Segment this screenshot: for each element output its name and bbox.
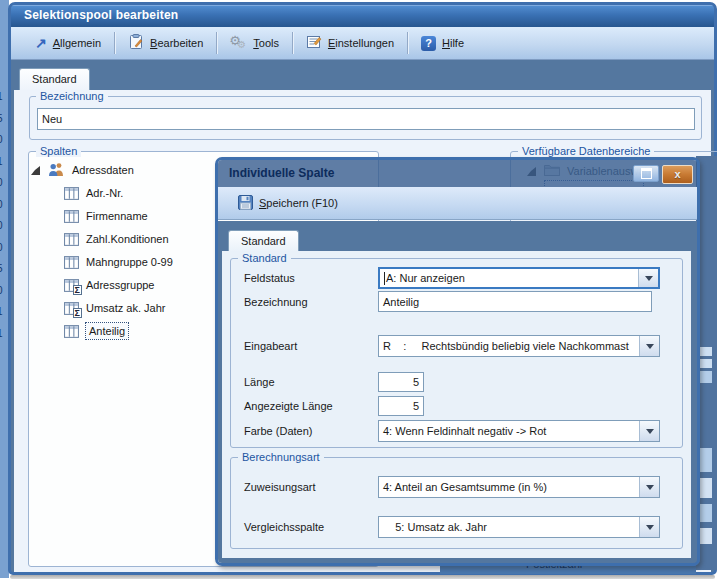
close-button[interactable]: x: [662, 165, 693, 184]
background-row-fragment: [699, 504, 712, 522]
toolbar-item-tools[interactable]: ⚙⚙ Tools: [220, 32, 289, 54]
toolbar-item-bearbeiten[interactable]: Bearbeiten: [118, 31, 213, 55]
dialog-panel: Standard Feldstatus A: Nur anzeigen Beze…: [222, 251, 691, 558]
expand-triangle-icon[interactable]: [31, 166, 40, 175]
toolbar-separator: [407, 32, 408, 54]
tree-item-label: Mahngruppe 0-99: [86, 255, 173, 269]
toolbar-item-einstellungen[interactable]: Einstellungen: [296, 31, 404, 55]
window-title: Selektionspool bearbeiten: [24, 8, 178, 22]
column-sum-icon: Σ: [64, 279, 79, 292]
background-row-fragment: [699, 528, 712, 544]
tree-item[interactable]: Mahngruppe 0-99: [64, 253, 173, 271]
dropdown-arrow-icon[interactable]: [638, 269, 658, 287]
toolbar-label: Allgemein: [53, 37, 101, 49]
tree-item-label: Umsatz ak. Jahr: [86, 301, 165, 315]
bezeichnung-label: Bezeichnung: [244, 295, 308, 309]
feldstatus-label: Feldstatus: [244, 271, 295, 285]
save-button[interactable]: Speichern (F10): [232, 192, 344, 215]
toolbar-label: Einstellungen: [328, 37, 394, 49]
window-drop-shadow: [10, 575, 715, 579]
toolbar-separator: [292, 32, 293, 54]
tab-standard-dialog[interactable]: Standard: [228, 230, 299, 252]
vergleichsspalte-label: Vergleichsspalte: [244, 520, 324, 534]
text-caret: [384, 272, 385, 285]
laenge-label: Länge: [244, 375, 275, 389]
feldstatus-combo[interactable]: A: Nur anzeigen: [378, 267, 660, 289]
eingabeart-label: Eingabeart: [244, 339, 297, 353]
vergleichsspalte-combo[interactable]: 5: Umsatz ak. Jahr: [378, 516, 660, 538]
toolbar-label: Hilfe: [442, 37, 464, 49]
tree-item[interactable]: Firmenname: [64, 207, 148, 225]
bezeichnung-group-caption: Bezeichnung: [36, 90, 108, 102]
tree-item-label: Zahl.Konditionen: [86, 232, 169, 246]
dialog-toolbar: Speichern (F10): [218, 187, 697, 220]
restore-icon: [641, 168, 652, 179]
tab-standard-main[interactable]: Standard: [19, 68, 90, 90]
background-row-fragment: [699, 478, 712, 498]
floppy-disk-icon: [238, 195, 253, 212]
tree-item-selected[interactable]: Anteilig: [64, 322, 128, 340]
background-digits: 1 5 0 1 0 0 0 0 5 0 1 1: [0, 86, 3, 344]
farbe-combo[interactable]: 4: Wenn Feldinhalt negativ -> Rot: [378, 420, 660, 442]
help-icon: ?: [421, 36, 436, 51]
zuweisungsart-label: Zuweisungsart: [244, 480, 316, 494]
gears-icon: ⚙⚙: [230, 35, 247, 51]
toolbar-label: Bearbeiten: [150, 37, 203, 49]
background-row-fragment: [699, 347, 712, 356]
main-toolbar: ↗ Allgemein Bearbeiten ⚙⚙ T: [11, 27, 714, 60]
angezeigte-laenge-field[interactable]: 5: [378, 396, 424, 416]
tree-item-label: Anteilig: [86, 323, 128, 339]
background-row-fragment: [699, 448, 712, 472]
edit-document-icon: [128, 34, 144, 52]
dropdown-arrow-icon[interactable]: [639, 477, 659, 497]
column-icon: [64, 233, 79, 246]
main-window-titlebar: Selektionspool bearbeiten: [11, 5, 714, 27]
farbe-label: Farbe (Daten): [244, 424, 312, 438]
people-icon: [48, 162, 65, 178]
toolbar-item-hilfe[interactable]: ? Hilfe: [411, 33, 474, 54]
berechnungsart-group-caption: Berechnungsart: [238, 451, 324, 463]
tree-item-label: Adr.-Nr.: [86, 186, 123, 200]
column-icon: [64, 325, 79, 338]
background-row-fragment: [699, 359, 712, 368]
standard-group-caption: Standard: [238, 252, 291, 264]
tree-item-label: Adressdaten: [72, 163, 134, 177]
datenbereiche-group-caption: Verfügbare Datenbereiche: [518, 145, 654, 157]
tree-item[interactable]: Σ Umsatz ak. Jahr: [64, 299, 165, 317]
eingabeart-combo[interactable]: R : Rechtsbündig beliebig viele Nachkomm…: [378, 335, 660, 357]
screen: 1 5 0 1 0 0 0 0 5 0 1 1 Selektionspool b…: [0, 0, 717, 587]
dropdown-arrow-icon[interactable]: [639, 421, 659, 441]
zuweisungsart-combo[interactable]: 4: Anteil an Gesamtsumme (in %): [378, 476, 660, 498]
angezeigte-laenge-label: Angezeigte Länge: [244, 399, 333, 413]
tree-item-adressdaten[interactable]: Adressdaten: [31, 161, 134, 179]
column-sum-icon: Σ: [64, 302, 79, 315]
tree-item-label: Firmenname: [86, 209, 148, 223]
bezeichnung-input[interactable]: Neu: [37, 108, 695, 130]
toolbar-separator: [216, 32, 217, 54]
tree-item[interactable]: Σ Adressgruppe: [64, 276, 155, 294]
dialog-title: Individuelle Spalte: [229, 166, 334, 180]
column-icon: [64, 210, 79, 223]
save-button-label: Speichern (F10): [259, 197, 338, 209]
dropdown-arrow-icon[interactable]: [639, 336, 659, 356]
laenge-field[interactable]: 5: [378, 372, 424, 392]
dialog-individuelle-spalte: Individuelle Spalte x Speichern (F10): [215, 157, 700, 566]
column-icon: [64, 256, 79, 269]
toolbar-item-allgemein[interactable]: ↗ Allgemein: [25, 33, 111, 53]
toolbar-label: Tools: [253, 37, 279, 49]
column-icon: [64, 187, 79, 200]
restore-button[interactable]: [633, 165, 659, 182]
dialog-titlebar: Individuelle Spalte x: [218, 160, 697, 187]
spalten-group-caption: Spalten: [36, 145, 81, 157]
tree-item[interactable]: Zahl.Konditionen: [64, 230, 169, 248]
bezeichnung-field[interactable]: Anteilig: [378, 291, 652, 312]
tree-item[interactable]: Adr.-Nr.: [64, 184, 123, 202]
settings-document-icon: [306, 34, 322, 52]
arrow-ne-icon: ↗: [35, 36, 47, 50]
background-row-fragment: [699, 371, 712, 383]
tree-item-label: Adressgruppe: [86, 278, 155, 292]
dropdown-arrow-icon[interactable]: [639, 517, 659, 537]
toolbar-separator: [114, 32, 115, 54]
